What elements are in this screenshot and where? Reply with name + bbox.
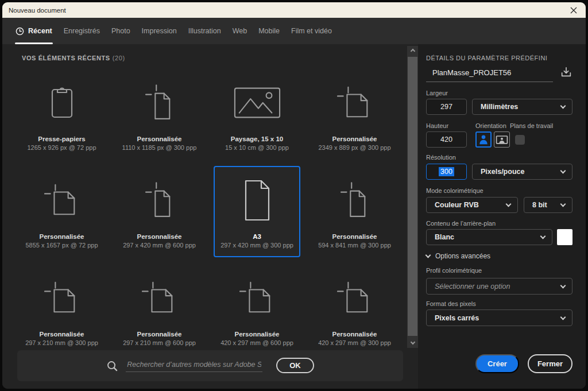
recent-item-dims: 297 x 420 mm @ 600 ppp bbox=[123, 242, 196, 249]
portrait-person-icon bbox=[478, 134, 489, 145]
color-mode-select[interactable]: Couleur RVB bbox=[426, 197, 518, 213]
tab-illustration[interactable]: Illustration bbox=[188, 18, 222, 44]
custom-portrait-doc-icon bbox=[312, 167, 397, 233]
chevron-down-icon bbox=[506, 202, 512, 207]
tab-mobile[interactable]: Mobile bbox=[258, 18, 280, 44]
recent-item-personnalisee-1[interactable]: Personnalisée 1110 x 1185 px @ 300 ppp bbox=[116, 68, 203, 160]
scroll-up-icon[interactable] bbox=[407, 46, 418, 56]
recent-item-dims: 297 x 420 mm @ 300 ppp bbox=[220, 242, 293, 249]
scroll-down-icon[interactable] bbox=[407, 338, 418, 348]
recents-section-title: VOS ÉLÉMENTS RÉCENTS(20) bbox=[22, 55, 125, 61]
panel-header: DÉTAILS DU PARAMÈTRE PRÉDÉFINI bbox=[426, 55, 572, 61]
recent-item-name: Personnalisée bbox=[137, 233, 182, 240]
background-value: Blanc bbox=[435, 233, 454, 241]
ok-button[interactable]: OK bbox=[276, 358, 314, 373]
background-color-swatch[interactable] bbox=[557, 229, 572, 245]
background-select[interactable]: Blanc bbox=[426, 229, 552, 245]
scrollbar-thumb[interactable] bbox=[408, 57, 417, 336]
recent-item-a3-selected[interactable]: A3 297 x 420 mm @ 300 ppp bbox=[214, 166, 300, 257]
recents-title-text: VOS ÉLÉMENTS RÉCENTS bbox=[22, 55, 110, 61]
advanced-options-toggle[interactable]: Options avancées bbox=[426, 252, 572, 260]
recent-item-dims: 594 x 841 mm @ 300 ppp bbox=[318, 242, 391, 249]
resolution-unit-select[interactable]: Pixels/pouce bbox=[472, 164, 572, 180]
search-input[interactable] bbox=[126, 361, 262, 372]
chevron-down-icon bbox=[560, 168, 566, 174]
height-input[interactable] bbox=[426, 131, 467, 148]
custom-square-doc-icon bbox=[215, 265, 299, 331]
width-unit-value: Millimètres bbox=[481, 103, 518, 111]
recent-item-personnalisee-5[interactable]: Personnalisée 594 x 841 mm @ 300 ppp bbox=[311, 166, 398, 257]
adobe-stock-search-bar: OK bbox=[17, 350, 403, 381]
recent-item-presse-papiers[interactable]: Presse-papiers 1265 x 926 px @ 72 ppp bbox=[18, 68, 105, 160]
resolution-input[interactable]: 300 bbox=[426, 164, 467, 180]
custom-portrait-doc-icon bbox=[117, 167, 202, 233]
color-profile-select[interactable]: Sélectionner une option bbox=[426, 278, 572, 295]
landscape-person-icon bbox=[495, 133, 509, 146]
chevron-down-icon bbox=[560, 282, 566, 288]
resolution-unit-value: Pixels/pouce bbox=[481, 168, 524, 176]
preset-details-panel: DÉTAILS DU PARAMÈTRE PRÉDÉFINI Largeur M… bbox=[418, 44, 586, 389]
recent-item-personnalisee-8[interactable]: Personnalisée 420 x 297 mm @ 600 ppp bbox=[214, 264, 300, 349]
recent-presets-grid: Presse-papiers 1265 x 926 px @ 72 ppp Pe… bbox=[18, 68, 398, 349]
close-icon[interactable] bbox=[568, 5, 579, 16]
plain-doc-icon bbox=[215, 167, 299, 233]
recent-item-personnalisee-4[interactable]: Personnalisée 297 x 420 mm @ 600 ppp bbox=[116, 166, 203, 257]
orientation-label: Orientation bbox=[475, 122, 510, 129]
width-unit-select[interactable]: Millimètres bbox=[472, 99, 572, 115]
tab-label: Illustration bbox=[188, 27, 221, 35]
tab-recent[interactable]: Récent bbox=[15, 18, 53, 44]
tab-web[interactable]: Web bbox=[232, 18, 247, 44]
orientation-portrait-button[interactable] bbox=[475, 131, 492, 148]
background-label: Contenu de l’arrière-plan bbox=[426, 220, 572, 227]
tab-enregistres[interactable]: Enregistrés bbox=[63, 18, 100, 44]
tab-photo[interactable]: Photo bbox=[111, 18, 131, 44]
clock-icon bbox=[16, 27, 24, 36]
landscape-image-icon bbox=[215, 69, 299, 136]
artboards-checkbox[interactable] bbox=[515, 135, 525, 145]
recent-item-personnalisee-7[interactable]: Personnalisée 297 x 210 mm @ 600 ppp bbox=[116, 264, 203, 349]
custom-square-doc-icon bbox=[117, 265, 202, 331]
recent-item-paysage-15x10[interactable]: Paysage, 15 x 10 15 x 10 cm @ 300 ppp bbox=[214, 68, 300, 160]
vertical-scrollbar[interactable] bbox=[407, 46, 418, 348]
close-button[interactable]: Fermer bbox=[528, 354, 572, 373]
tab-impression[interactable]: Impression bbox=[141, 18, 177, 44]
dialog-title: Nouveau document bbox=[9, 7, 66, 14]
search-icon bbox=[106, 360, 118, 372]
tab-label: Photo bbox=[111, 27, 130, 35]
width-input[interactable] bbox=[426, 99, 467, 115]
document-name-input[interactable] bbox=[432, 68, 553, 77]
save-preset-icon[interactable] bbox=[560, 66, 572, 81]
pixel-aspect-select[interactable]: Pixels carrés bbox=[426, 309, 572, 326]
recent-item-dims: 297 x 210 mm @ 600 ppp bbox=[123, 339, 196, 346]
tab-label: Enregistrés bbox=[64, 27, 100, 35]
chevron-down-icon bbox=[560, 202, 566, 207]
recent-item-dims: 15 x 10 cm @ 300 ppp bbox=[225, 144, 289, 151]
bit-depth-select[interactable]: 8 bit bbox=[524, 197, 572, 213]
recent-item-personnalisee-9[interactable]: Personnalisée 420 x 297 mm @ 300 ppp bbox=[311, 264, 398, 349]
title-bar: Nouveau document bbox=[2, 2, 586, 18]
custom-portrait-doc-icon bbox=[117, 69, 202, 136]
recent-presets-area: VOS ÉLÉMENTS RÉCENTS(20) Presse-papiers … bbox=[2, 44, 418, 389]
recent-item-name: Personnalisée bbox=[137, 331, 182, 338]
custom-square-doc-icon bbox=[20, 265, 104, 331]
resolution-value-selected: 300 bbox=[439, 167, 454, 176]
recent-item-personnalisee-3[interactable]: Personnalisée 5855 x 1657 px @ 72 ppp bbox=[18, 166, 105, 257]
chevron-down-icon bbox=[425, 252, 431, 258]
clipboard-icon bbox=[20, 69, 104, 136]
chevron-down-icon bbox=[560, 103, 566, 109]
tab-label: Impression bbox=[142, 27, 177, 35]
create-button[interactable]: Créer bbox=[475, 354, 519, 373]
orientation-landscape-button[interactable] bbox=[494, 131, 510, 148]
recent-item-personnalisee-6[interactable]: Personnalisée 297 x 210 mm @ 300 ppp bbox=[18, 264, 105, 349]
recent-item-dims: 2349 x 889 px @ 300 ppp bbox=[318, 144, 390, 151]
width-label: Largeur bbox=[426, 90, 572, 96]
search-footer: OK bbox=[2, 349, 418, 389]
height-label: Hauteur bbox=[426, 122, 475, 129]
new-document-dialog: Nouveau document Récent Enregistrés Phot… bbox=[2, 2, 586, 389]
color-profile-value: Sélectionner une option bbox=[435, 282, 510, 291]
tab-film-et-video[interactable]: Film et vidéo bbox=[291, 18, 332, 44]
color-mode-value: Couleur RVB bbox=[435, 201, 479, 209]
recent-item-dims: 1265 x 926 px @ 72 ppp bbox=[27, 144, 96, 151]
recent-item-personnalisee-2[interactable]: Personnalisée 2349 x 889 px @ 300 ppp bbox=[311, 68, 398, 160]
recent-item-name: Personnalisée bbox=[40, 233, 84, 240]
